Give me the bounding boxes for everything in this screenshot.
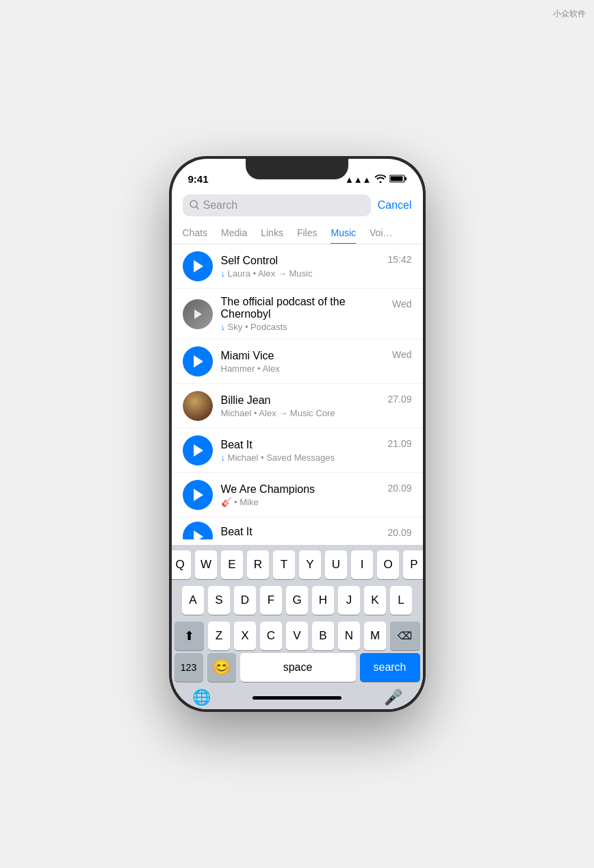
list-item[interactable]: Miami Vice Hammer • Alex Wed — [172, 340, 423, 384]
avatar — [183, 299, 213, 329]
tab-voice[interactable]: Voi… — [370, 222, 392, 244]
music-date: Wed — [392, 349, 412, 360]
avatar — [183, 346, 213, 376]
music-title: Self Control — [221, 255, 380, 267]
tabs: Chats Media Links Files Music Voi… — [172, 222, 423, 244]
music-subtitle: Michael • Alex → Music Core — [221, 408, 380, 418]
key-s[interactable]: S — [208, 586, 230, 615]
key-g[interactable]: G — [286, 586, 308, 615]
delete-key[interactable]: ⌫ — [390, 622, 420, 650]
signal-icon: ▲▲▲ — [345, 175, 372, 185]
emoji-key[interactable]: 😊 — [207, 653, 236, 682]
key-i[interactable]: I — [351, 550, 373, 579]
search-key[interactable]: search — [360, 653, 420, 682]
tab-chats[interactable]: Chats — [183, 222, 208, 244]
search-input[interactable] — [203, 199, 364, 212]
tab-links[interactable]: Links — [261, 222, 283, 244]
key-m[interactable]: M — [364, 622, 386, 650]
music-date: 27.09 — [387, 394, 411, 405]
phone-frame: 9:41 ▲▲▲ — [169, 156, 426, 712]
svg-rect-1 — [404, 177, 406, 181]
list-item[interactable]: Beat It 20.09 — [172, 518, 423, 539]
tab-media[interactable]: Media — [221, 222, 247, 244]
key-w[interactable]: W — [195, 550, 217, 579]
key-u[interactable]: U — [325, 550, 347, 579]
cancel-button[interactable]: Cancel — [378, 199, 412, 212]
search-input-wrap[interactable] — [183, 194, 371, 216]
music-date: 21.09 — [387, 438, 411, 449]
key-a[interactable]: A — [182, 586, 204, 615]
home-indicator — [253, 696, 341, 700]
status-icons: ▲▲▲ — [345, 175, 406, 185]
list-item[interactable]: We Are Champions 🎸 • Mike 20.09 — [172, 473, 423, 518]
music-info: Beat It — [221, 524, 380, 539]
key-d[interactable]: D — [234, 586, 256, 615]
list-item[interactable]: Beat It ↓ Michael • Saved Messages 21.09 — [172, 429, 423, 473]
search-icon — [190, 200, 199, 212]
music-title: We Are Champions — [221, 483, 380, 496]
key-l[interactable]: L — [390, 586, 412, 615]
key-r[interactable]: R — [247, 550, 269, 579]
key-k[interactable]: K — [364, 586, 386, 615]
avatar — [183, 391, 213, 421]
mic-icon[interactable]: 🎤 — [384, 689, 402, 706]
phone-screen: 9:41 ▲▲▲ — [172, 159, 423, 709]
key-b[interactable]: B — [312, 622, 334, 650]
shift-key[interactable]: ⬆ — [175, 622, 205, 650]
key-h[interactable]: H — [312, 586, 334, 615]
music-info: Self Control ↓ Laura • Alex → Music — [221, 255, 380, 279]
key-v[interactable]: V — [286, 622, 308, 650]
key-j[interactable]: J — [338, 586, 360, 615]
key-x[interactable]: X — [234, 622, 256, 650]
music-title: Beat It — [221, 526, 380, 538]
key-p[interactable]: P — [403, 550, 423, 579]
key-f[interactable]: F — [260, 586, 282, 615]
music-title: Billie Jean — [221, 394, 380, 407]
wifi-icon — [375, 175, 386, 185]
music-list: Self Control ↓ Laura • Alex → Music 15:4… — [172, 244, 423, 545]
list-item[interactable]: The official podcast of the Chernobyl ↓ … — [172, 289, 423, 340]
watermark: 小众软件 — [553, 8, 586, 20]
key-y[interactable]: Y — [299, 550, 321, 579]
battery-icon — [389, 175, 406, 185]
key-t[interactable]: T — [273, 550, 295, 579]
tab-music[interactable]: Music — [331, 222, 356, 244]
key-o[interactable]: O — [377, 550, 399, 579]
music-info: Miami Vice Hammer • Alex — [221, 350, 384, 374]
status-time: 9:41 — [188, 173, 209, 185]
notch — [246, 159, 348, 179]
key-row-2: A S D F G H J K L — [175, 586, 420, 615]
search-bar: Cancel — [172, 189, 423, 222]
key-c[interactable]: C — [260, 622, 282, 650]
avatar — [183, 251, 213, 281]
svg-rect-2 — [390, 177, 402, 181]
key-row-3: ⬆ Z X C V B N M ⌫ — [175, 622, 420, 650]
avatar — [183, 435, 213, 465]
keyboard: Q W E R T Y U I O P A S D F G — [172, 545, 423, 709]
key-n[interactable]: N — [338, 622, 360, 650]
home-area: 🌐 🎤 — [172, 686, 423, 709]
music-subtitle: ↓ Michael • Saved Messages — [221, 452, 380, 463]
key-e[interactable]: E — [221, 550, 243, 579]
music-date: 20.09 — [387, 527, 411, 538]
list-item[interactable]: Billie Jean Michael • Alex → Music Core … — [172, 384, 423, 429]
music-subtitle: ↓ Laura • Alex → Music — [221, 268, 380, 279]
space-key[interactable]: space — [240, 653, 356, 682]
music-date: 15:42 — [387, 254, 411, 265]
key-z[interactable]: Z — [208, 622, 230, 650]
music-title: Beat It — [221, 439, 380, 451]
list-item[interactable]: Self Control ↓ Laura • Alex → Music 15:4… — [172, 244, 423, 289]
music-date: 20.09 — [387, 483, 411, 494]
globe-icon[interactable]: 🌐 — [192, 689, 211, 706]
key-q[interactable]: Q — [172, 550, 192, 579]
tab-files[interactable]: Files — [297, 222, 318, 244]
music-title: Miami Vice — [221, 350, 384, 362]
music-info: Beat It ↓ Michael • Saved Messages — [221, 439, 380, 463]
music-title: The official podcast of the Chernobyl — [221, 296, 384, 320]
music-subtitle: ↓ Sky • Podcasts — [221, 322, 384, 332]
music-info: We Are Champions 🎸 • Mike — [221, 483, 380, 507]
num-key[interactable]: 123 — [175, 653, 203, 682]
key-row-1: Q W E R T Y U I O P — [175, 550, 420, 579]
music-subtitle: 🎸 • Mike — [221, 497, 380, 507]
music-subtitle: Hammer • Alex — [221, 363, 384, 374]
